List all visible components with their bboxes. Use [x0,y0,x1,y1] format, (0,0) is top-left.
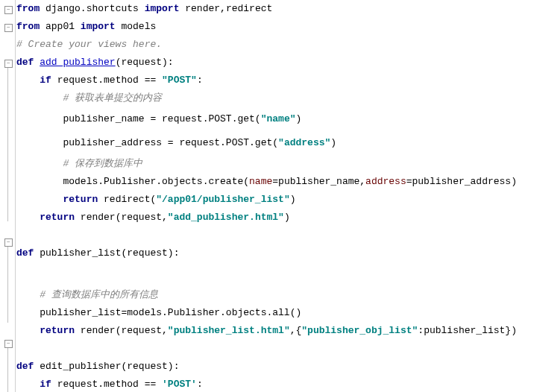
code-line: publisher_name = request.POST.get("name"… [16,107,534,131]
code-line [16,227,534,244]
code-line: return redirect("/app01/publisher_list") [16,191,534,209]
fold-icon[interactable] [4,24,13,32]
fold-icon[interactable] [4,6,13,14]
code-editor[interactable]: from django.shortcuts import render,redi… [16,0,534,392]
code-line: # Create your views here. [16,36,534,54]
fold-icon[interactable] [4,60,13,68]
fold-icon[interactable] [4,238,13,247]
code-line [16,340,534,358]
gutter [0,0,16,392]
code-line: def publisher_list(request): [16,244,534,262]
code-line: if request.method == 'POST': [16,376,534,392]
code-line: publisher_list=models.Publisher.objects.… [16,304,534,322]
code-line: def add_publisher(request): [16,54,534,72]
code-line: def edit_publisher(request): [16,358,534,376]
code-line: models.Publisher.objects.create(name=pub… [16,173,534,191]
code-line: from app01 import models [16,18,534,36]
code-line: return render(request,"publisher_list.ht… [16,322,534,340]
code-line: if request.method == "POST": [16,72,534,89]
code-line: publisher_address = request.POST.get("ad… [16,131,534,155]
code-line: return render(request,"add_publisher.htm… [16,209,534,227]
code-line: # 查询数据库中的所有信息 [16,286,534,304]
code-line: # 获取表单提交的内容 [16,89,534,107]
fold-icon[interactable] [4,340,13,348]
code-line: # 保存到数据库中 [16,155,534,173]
code-line [16,262,534,286]
code-line: from django.shortcuts import render,redi… [16,0,534,18]
